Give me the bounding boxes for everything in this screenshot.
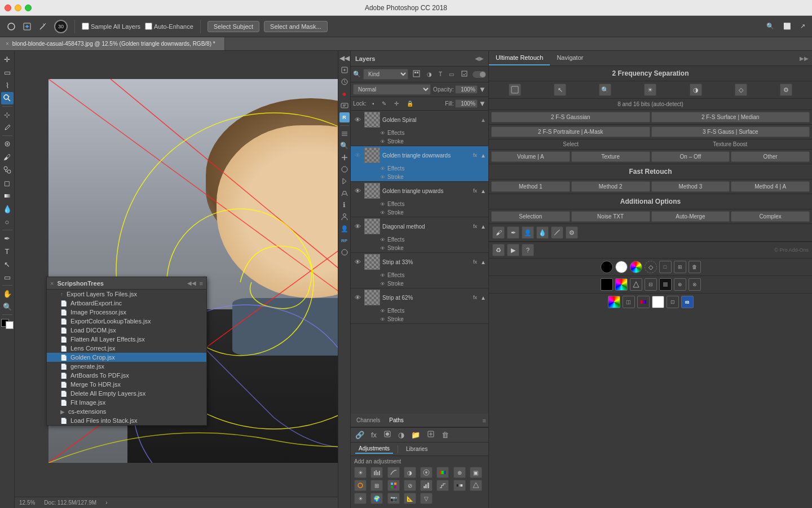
ur-icon-search[interactable]: 🔍 — [599, 84, 611, 96]
script-item-artboards-pdf[interactable]: 📄 ArtBoards To PDF.jsx — [47, 371, 206, 380]
icon-retouch-2[interactable]: RP — [339, 235, 350, 246]
ur-swatch-delete[interactable]: 🗑 — [689, 261, 701, 273]
layer-expand-triangle-up[interactable]: ▲ — [480, 188, 486, 194]
icon-3[interactable]: ● — [339, 89, 350, 99]
fill-input[interactable] — [455, 99, 478, 108]
link-layers-btn[interactable]: 🔗 — [354, 430, 365, 440]
brush-size-indicator[interactable]: 30 — [54, 20, 68, 33]
ur-swatch2-5[interactable]: ⊕ — [674, 278, 686, 291]
paths-tab[interactable]: Paths — [386, 416, 407, 424]
script-item-load-dicom[interactable]: 📄 Load DICOM.jsx — [47, 326, 206, 335]
icon-5[interactable] — [339, 129, 350, 139]
adj-brightness-icon[interactable]: ☀ — [354, 467, 367, 478]
scripts-panel-header[interactable]: × ScripshonTrees ◀◀ ≡ — [47, 277, 206, 290]
eyedropper-tool[interactable] — [1, 121, 14, 134]
adjustments-tab[interactable]: Adjustments — [355, 444, 393, 454]
layer-visibility-strip62[interactable]: 👁 — [353, 293, 362, 302]
layer-golden-triangle-down[interactable]: 👁 Golden triangle downwards fx ▲ 👁 Effec… — [351, 146, 488, 182]
adj-hsl-icon[interactable] — [436, 467, 449, 478]
opacity-input[interactable] — [455, 85, 478, 94]
clone-stamp-tool[interactable] — [1, 164, 14, 176]
ur-tool-cog[interactable]: ⚙ — [566, 226, 578, 239]
lock-transparent-btn[interactable]: ▪ — [370, 99, 377, 108]
adj-icon-r3-2[interactable]: 🌍 — [370, 493, 383, 504]
script-item-merge-hdr[interactable]: 📄 Merge To HDR.jsx — [47, 380, 206, 389]
layer-visibility-triangle-down[interactable]: 👁 — [353, 151, 362, 160]
add-fx-btn[interactable]: fx — [370, 430, 378, 440]
ur-fs-surface-median-btn[interactable]: 2 F-S Surface | Median — [651, 112, 810, 122]
icon-mask[interactable] — [339, 247, 350, 257]
layer-visibility-golden-spiral[interactable]: 👁 — [353, 115, 362, 124]
script-item-generate[interactable]: 📄 generate.jsx — [47, 362, 206, 371]
ur-tab-navigator[interactable]: Navigator — [550, 51, 590, 65]
filter-shape-btn[interactable]: ▭ — [447, 70, 456, 78]
effects-eye-4[interactable]: 👁 — [380, 237, 385, 243]
icon-person[interactable] — [339, 212, 350, 222]
ur-fs-portraiture-btn[interactable]: 2 F-S Portraiture | A-Mask — [491, 126, 650, 137]
pen-tool[interactable]: ✒ — [1, 232, 14, 244]
maximize-button[interactable] — [25, 5, 32, 11]
path-select-tool[interactable]: ↖ — [1, 258, 14, 270]
script-item-image-proc[interactable]: 📄 Image Processor.jsx — [47, 308, 206, 317]
document-tab[interactable]: × blond-blonde-casual-458473.jpg @ 12.5%… — [0, 37, 225, 50]
channels-paths-menu[interactable]: ≡ — [483, 417, 486, 424]
icon-11[interactable]: ℹ — [339, 200, 350, 210]
adj-levels-icon[interactable] — [370, 467, 383, 478]
ur-swatch2-2[interactable] — [615, 278, 628, 291]
color-chips[interactable] — [1, 319, 14, 329]
ur-swatch3-2[interactable]: ◫ — [623, 296, 635, 308]
script-item-fit-image[interactable]: 📄 Fit Image.jsx — [47, 398, 206, 407]
brush-tool-btn[interactable] — [5, 21, 18, 32]
ur-swatch2-1[interactable] — [601, 278, 613, 291]
script-item-golden-crop[interactable]: 📄 Golden Crop.jsx — [47, 353, 206, 362]
ur-volume-btn[interactable]: Volume | A — [491, 151, 570, 162]
ur-swatch2-3[interactable] — [630, 278, 642, 291]
icon-6[interactable]: 🔍 — [339, 141, 350, 151]
layer-expand-diagonal[interactable]: ▲ — [480, 224, 486, 230]
auto-enhance-option[interactable]: Auto-Enhance — [145, 23, 193, 30]
script-item-lens-correct[interactable]: 📄 Lens Correct.jsx — [47, 344, 206, 353]
ur-other-btn[interactable]: Other — [731, 151, 810, 162]
ur-icon-gear[interactable]: ⚙ — [780, 84, 792, 96]
minimize-button[interactable] — [15, 5, 21, 11]
layer-visibility-triangle-up[interactable]: 👁 — [353, 186, 362, 195]
channels-tab[interactable]: Channels — [353, 416, 383, 424]
ur-fs-gauss-surface-btn[interactable]: 3 F-S Gauss | Surface — [651, 126, 810, 137]
add-mask-btn[interactable] — [382, 429, 392, 441]
ur-swatch3-6[interactable]: IB — [681, 296, 694, 308]
ur-help-icon[interactable]: ? — [522, 244, 534, 256]
add-group-btn[interactable]: 📁 — [410, 430, 421, 440]
layer-strip-62[interactable]: 👁 Strip at 62% fx ▲ 👁 Effects 👁 Stroke — [351, 288, 488, 324]
ur-swatch2-4[interactable]: ⊟ — [645, 278, 657, 291]
scripts-menu-button[interactable]: ≡ — [200, 280, 203, 287]
layer-expand-strip62[interactable]: ▲ — [480, 295, 486, 301]
script-item-export-color[interactable]: 📄 ExportColorLookupTables.jsx — [47, 317, 206, 326]
ur-complex-btn[interactable]: Complex — [731, 211, 810, 222]
hand-tool[interactable]: ✋ — [1, 287, 14, 300]
adj-colorbalance-icon[interactable]: ⊕ — [453, 467, 466, 478]
ur-swatch2-6[interactable]: ⊗ — [689, 278, 701, 291]
ur-icon-circle[interactable]: ◑ — [690, 84, 702, 96]
scripts-close-button[interactable]: × — [50, 280, 54, 287]
adj-posterize-icon[interactable] — [420, 480, 433, 491]
icon-2[interactable] — [339, 77, 350, 87]
ur-swatch-square[interactable]: □ — [659, 261, 672, 273]
ur-recycle-icon[interactable]: ♻ — [492, 244, 505, 256]
stroke-eye-3[interactable]: 👁 — [380, 210, 385, 216]
ur-swatch3-4[interactable] — [652, 296, 664, 308]
ur-tool-pen[interactable]: ✒ — [507, 226, 519, 239]
ur-swatch-transparent[interactable]: ◇ — [645, 261, 657, 273]
ur-texture-btn[interactable]: Texture — [571, 151, 650, 162]
icon-1[interactable] — [339, 65, 350, 75]
zoom-tool[interactable]: 🔍 — [1, 300, 14, 313]
delete-layer-btn[interactable]: 🗑 — [440, 430, 450, 440]
new-layer-btn[interactable] — [426, 429, 436, 441]
sample-all-layers-checkbox[interactable] — [82, 23, 89, 30]
shape-tool[interactable]: ▭ — [1, 271, 14, 283]
ur-swatch-rainbow[interactable] — [630, 261, 642, 273]
ur-tool-person[interactable]: 👤 — [522, 226, 534, 239]
workspace-btn[interactable]: ⬜ — [781, 21, 793, 31]
icon-10[interactable] — [339, 188, 350, 198]
stroke-eye-2[interactable]: 👁 — [380, 174, 385, 180]
ur-swatch3-5[interactable]: ⊡ — [667, 296, 679, 308]
